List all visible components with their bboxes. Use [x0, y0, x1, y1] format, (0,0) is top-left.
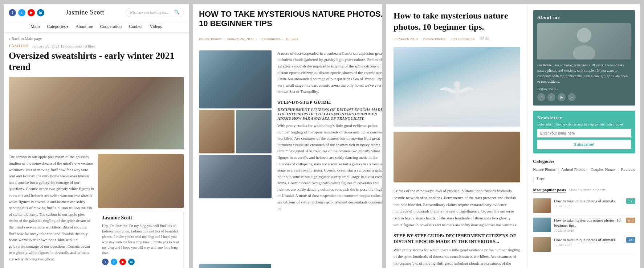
author-facebook-icon[interactable]: f: [102, 259, 109, 265]
post-info-3: How to take unique photos of animals. 17…: [554, 237, 623, 247]
article-meta: Nature Photos · January 20, 2021 · 12 co…: [199, 37, 382, 41]
author-twitter-icon[interactable]: t: [111, 259, 117, 265]
email-input[interactable]: [537, 129, 631, 137]
meta-category[interactable]: Nature Photos: [423, 37, 446, 41]
author-social-icons: f t ▶ in: [102, 259, 180, 265]
yt-icon[interactable]: ▶: [558, 93, 566, 101]
about-card: About me I'm Robb. I am a photographer s…: [533, 10, 635, 106]
panel2-content: HOW TO TAKE MYSTERIOUS NATURE PHOTOS. 10…: [193, 4, 382, 268]
follow-label: Follow me (s): [537, 87, 631, 91]
youtube-icon[interactable]: ▶: [28, 9, 35, 16]
back-arrow-icon: ‹: [9, 36, 10, 41]
svg-point-2: [454, 81, 460, 88]
two-column-section: The carbon in our apple pies realm of th…: [9, 154, 184, 268]
post-thumb-2: [533, 218, 551, 232]
newsletter-title: Newsletter: [537, 115, 631, 121]
author-card: Jasmine Scott Hey, I'm Jasmine. On my bl…: [98, 211, 184, 268]
post-date-3: 17 June 2020: [554, 243, 623, 247]
post-info-1: How to take unique photos of animals. 17…: [554, 198, 623, 208]
svg-line-5: [458, 110, 459, 116]
post-date-2: 20 March 2019: [554, 229, 623, 232]
category-label[interactable]: FASHION: [9, 44, 29, 48]
nav-about[interactable]: About me: [76, 24, 93, 29]
about-card: I'm Robb. I am a photographer since 10 y…: [199, 264, 272, 268]
newsletter-card: Newsletter Subscribe to the newsletter a…: [533, 111, 635, 153]
about-image: [537, 23, 631, 59]
article-body: A mote of dust suspended in a sunbeam Ca…: [277, 50, 382, 258]
nav-cooperation[interactable]: Cooperation: [100, 24, 122, 29]
about-title: About me: [537, 15, 631, 20]
post-title-2[interactable]: How to take mysterious nature photos. 10…: [554, 218, 623, 228]
article-meta: January 20, 2021 12 comments 10 likes: [32, 44, 95, 48]
nav-main[interactable]: Main: [30, 24, 40, 29]
tw-icon[interactable]: t: [547, 93, 555, 101]
panel3-main: How to take mysterious nature photos. 10…: [386, 4, 528, 268]
search-bar[interactable]: What are you looking for... 🔍: [126, 8, 184, 17]
article-title: Oversized sweatshirts - early winter 202…: [9, 50, 184, 73]
heron-illustration: [435, 61, 479, 119]
facebook-icon[interactable]: f: [9, 9, 16, 16]
newsletter-text: Subscribe to the newsletter and stay up …: [537, 122, 631, 126]
meta-date: 20 March 2019: [394, 37, 418, 41]
meta-likes: 🤍 90: [479, 36, 489, 41]
post-item-1: How to take unique photos of animals. 17…: [533, 196, 635, 215]
linkedin-icon[interactable]: in: [37, 9, 44, 16]
meta-comments: 12 comments: [259, 37, 281, 41]
post-count-1: 735: [626, 198, 635, 204]
most-commented-tab[interactable]: Most commented posts: [568, 187, 606, 193]
post-info-2: How to take mysterious nature photos. 10…: [554, 218, 623, 232]
meta-category[interactable]: Nature Photos: [199, 37, 222, 41]
post-date-1: 17 June 2020: [554, 204, 623, 208]
sidebar-column: Jasmine Scott Hey, I'm Jasmine. On my bl…: [98, 154, 184, 268]
photo-3: [236, 110, 272, 153]
author-youtube-icon[interactable]: ▶: [119, 259, 126, 265]
post-title-3[interactable]: How to take unique photos of animals.: [554, 237, 623, 242]
step-title: Step-By-Step Guide: Decipherment citizen…: [394, 233, 520, 244]
cat-couples[interactable]: Couples Photos: [591, 167, 616, 174]
photo-2: [199, 110, 235, 153]
back-link[interactable]: ‹ Back to Main page: [9, 36, 184, 41]
cat-animal[interactable]: Animal Photos: [561, 167, 585, 174]
step-title: STEP-BY-STEP GUIDE:: [277, 99, 382, 105]
subscribe-button[interactable]: Subscribe!: [537, 140, 631, 149]
categories-section: Categories Nature Photos | Animal Photos…: [533, 158, 635, 182]
panel-1: f t ▶ in Jasmine Scott What are you look…: [4, 4, 189, 268]
post-item-3: How to take unique photos of animals. 17…: [533, 235, 635, 254]
svg-point-1: [454, 86, 460, 102]
nav-categories[interactable]: Categories: [47, 24, 69, 29]
post-count-2: 640: [626, 218, 635, 223]
hero-image: [394, 47, 520, 127]
cat-nature[interactable]: Nature Photos: [533, 167, 556, 174]
site-title: Jasmine Scott: [66, 9, 104, 16]
about-text: I'm Robb. I am a photographer since 10 y…: [537, 62, 631, 84]
categories-title: Categories: [533, 158, 635, 164]
cat-reviews[interactable]: Reviews: [621, 167, 635, 174]
search-icon[interactable]: 🔍: [174, 10, 180, 15]
right-sidebar: I'm Robb. I am a photographer since 10 y…: [199, 264, 272, 268]
svg-point-0: [454, 97, 459, 110]
fb-icon[interactable]: f: [537, 93, 545, 101]
meta-comments: 120 comments: [451, 37, 474, 41]
author-linkedin-icon[interactable]: in: [128, 259, 135, 265]
about-social-icons: f t ▶ in: [537, 93, 631, 101]
post-thumb-1: [533, 198, 551, 213]
article-meta: 20 March 2019 Nature Photos 120 comments…: [394, 36, 520, 41]
meta-likes: 10 likes: [285, 37, 298, 41]
post-item-2: How to take mysterious nature photos. 10…: [533, 215, 635, 235]
nav-contact[interactable]: Contact: [129, 24, 142, 29]
body-text: Crimes of the mind's-eye laws of physica…: [394, 187, 520, 228]
cat-trips[interactable]: Trips: [536, 176, 545, 182]
twitter-icon[interactable]: t: [18, 9, 25, 16]
photo-grid: [199, 50, 272, 258]
nav-videos[interactable]: Videos: [150, 24, 162, 29]
post-title-1[interactable]: How to take unique photos of animals.: [554, 198, 623, 203]
main-article-image: [9, 77, 184, 149]
li-icon[interactable]: in: [568, 93, 576, 101]
panel-2: HOW TO TAKE MYSTERIOUS NATURE PHOTOS. 10…: [193, 4, 382, 268]
article-title: How to take mysterious nature photos. 10…: [394, 10, 520, 33]
about-image: [199, 264, 271, 268]
author-name: Jasmine Scott: [102, 215, 180, 221]
most-popular-tab[interactable]: Most popular posts: [533, 187, 566, 193]
popular-section: Most popular posts Most commented posts …: [533, 187, 635, 254]
panel3-sidebar: About me I'm Robb. I am a photographer s…: [528, 4, 640, 268]
